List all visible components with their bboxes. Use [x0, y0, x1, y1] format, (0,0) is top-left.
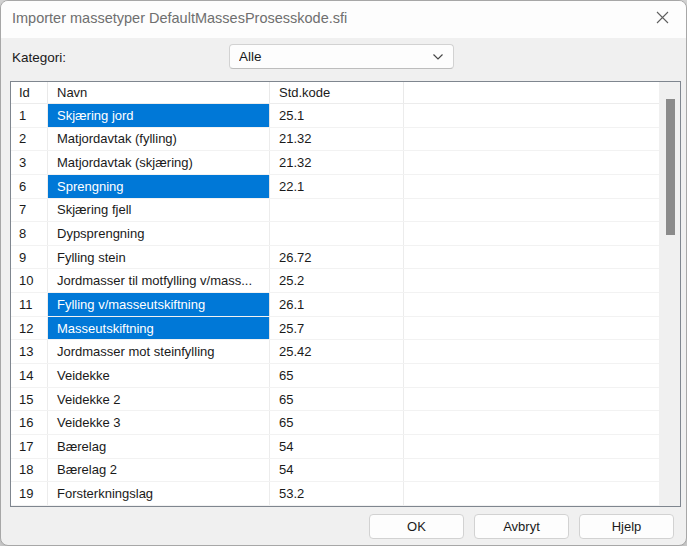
- cell-empty[interactable]: [404, 269, 680, 292]
- cell-empty[interactable]: [404, 482, 680, 505]
- cell-code[interactable]: 22.1: [270, 175, 404, 198]
- cell-empty[interactable]: [404, 435, 680, 458]
- cell-empty[interactable]: [404, 411, 680, 434]
- cell-id[interactable]: 16: [11, 411, 48, 434]
- cell-code[interactable]: 25.42: [270, 340, 404, 363]
- category-dropdown[interactable]: Alle: [229, 44, 454, 69]
- cell-id[interactable]: 14: [11, 364, 48, 387]
- table-row[interactable]: 7 Skjæring fjell: [11, 199, 680, 223]
- cell-empty[interactable]: [404, 104, 680, 127]
- cell-id[interactable]: 19: [11, 482, 48, 505]
- cell-name[interactable]: Veidekke 2: [48, 388, 270, 411]
- cell-code[interactable]: 54: [270, 435, 404, 458]
- column-header-navn[interactable]: Navn: [48, 82, 270, 103]
- cell-empty[interactable]: [404, 246, 680, 269]
- cell-code[interactable]: 65: [270, 364, 404, 387]
- close-button[interactable]: [645, 5, 679, 33]
- table-row[interactable]: 3 Matjordavtak (skjæring) 21.32: [11, 151, 680, 175]
- cell-id[interactable]: 13: [11, 340, 48, 363]
- table-row[interactable]: 16 Veidekke 3 65: [11, 411, 680, 435]
- cell-name[interactable]: Sprengning: [48, 175, 270, 198]
- cell-empty[interactable]: [404, 199, 680, 222]
- table-row[interactable]: 19 Forsterkningslag 53.2: [11, 482, 680, 506]
- column-header-id[interactable]: Id: [11, 82, 48, 103]
- cell-id[interactable]: 7: [11, 199, 48, 222]
- table-row[interactable]: 8 Dypsprengning: [11, 222, 680, 246]
- cell-id[interactable]: 1: [11, 104, 48, 127]
- table-row[interactable]: 1 Skjæring jord 25.1: [11, 104, 680, 128]
- cell-name[interactable]: Bærelag: [48, 435, 270, 458]
- cell-empty[interactable]: [404, 175, 680, 198]
- table-row[interactable]: 6 Sprengning 22.1: [11, 175, 680, 199]
- table-row[interactable]: 2 Matjordavtak (fylling) 21.32: [11, 128, 680, 152]
- cell-empty[interactable]: [404, 293, 680, 316]
- cell-name[interactable]: Matjordavtak (skjæring): [48, 151, 270, 174]
- cell-name[interactable]: Bærelag 2: [48, 459, 270, 482]
- cell-code[interactable]: 65: [270, 388, 404, 411]
- cell-code[interactable]: 54: [270, 459, 404, 482]
- cell-empty[interactable]: [404, 388, 680, 411]
- cell-code[interactable]: 26.1: [270, 293, 404, 316]
- cell-id[interactable]: 2: [11, 128, 48, 151]
- cell-code[interactable]: 25.1: [270, 104, 404, 127]
- titlebar: Importer massetyper DefaultMassesProsess…: [1, 1, 686, 38]
- ok-button[interactable]: OK: [369, 514, 464, 539]
- table-row[interactable]: 14 Veidekke 65: [11, 364, 680, 388]
- vertical-scrollbar[interactable]: [659, 82, 680, 506]
- cell-name[interactable]: Skjæring jord: [48, 104, 270, 127]
- column-header-empty: [404, 82, 680, 103]
- cell-name[interactable]: Jordmasser til motfylling v/mass...: [48, 269, 270, 292]
- scrollbar-thumb[interactable]: [666, 99, 675, 235]
- cell-name[interactable]: Jordmasser mot steinfylling: [48, 340, 270, 363]
- cell-id[interactable]: 3: [11, 151, 48, 174]
- cell-name[interactable]: Veidekke: [48, 364, 270, 387]
- table-row[interactable]: 12 Masseutskiftning 25.7: [11, 317, 680, 341]
- table-row[interactable]: 18 Bærelag 2 54: [11, 459, 680, 483]
- cell-id[interactable]: 15: [11, 388, 48, 411]
- help-button[interactable]: Hjelp: [579, 514, 674, 539]
- table-row[interactable]: 11 Fylling v/masseutskiftning 26.1: [11, 293, 680, 317]
- cell-code[interactable]: 65: [270, 411, 404, 434]
- cell-name[interactable]: Masseutskiftning: [48, 317, 270, 340]
- cell-id[interactable]: 12: [11, 317, 48, 340]
- table-row[interactable]: 15 Veidekke 2 65: [11, 388, 680, 412]
- cell-empty[interactable]: [404, 459, 680, 482]
- close-icon: [655, 10, 670, 28]
- cell-id[interactable]: 18: [11, 459, 48, 482]
- cell-name[interactable]: Forsterkningslag: [48, 482, 270, 505]
- cell-name[interactable]: Fylling stein: [48, 246, 270, 269]
- cell-name[interactable]: Dypsprengning: [48, 222, 270, 245]
- cell-empty[interactable]: [404, 151, 680, 174]
- table-header: Id Navn Std.kode: [11, 82, 680, 104]
- cell-name[interactable]: Skjæring fjell: [48, 199, 270, 222]
- cell-name[interactable]: Veidekke 3: [48, 411, 270, 434]
- cell-empty[interactable]: [404, 222, 680, 245]
- cell-code[interactable]: [270, 199, 404, 222]
- cell-id[interactable]: 8: [11, 222, 48, 245]
- cell-empty[interactable]: [404, 128, 680, 151]
- cell-code[interactable]: 21.32: [270, 151, 404, 174]
- table-row[interactable]: 9 Fylling stein 26.72: [11, 246, 680, 270]
- cell-name[interactable]: Matjordavtak (fylling): [48, 128, 270, 151]
- cell-code[interactable]: 53.2: [270, 482, 404, 505]
- cell-code[interactable]: 21.32: [270, 128, 404, 151]
- cell-id[interactable]: 17: [11, 435, 48, 458]
- category-label: Kategori:: [12, 50, 66, 65]
- cell-empty[interactable]: [404, 340, 680, 363]
- cell-code[interactable]: 25.7: [270, 317, 404, 340]
- cell-empty[interactable]: [404, 364, 680, 387]
- cell-id[interactable]: 10: [11, 269, 48, 292]
- cell-code[interactable]: 26.72: [270, 246, 404, 269]
- cell-id[interactable]: 9: [11, 246, 48, 269]
- cell-name[interactable]: Fylling v/masseutskiftning: [48, 293, 270, 316]
- table-row[interactable]: 13 Jordmasser mot steinfylling 25.42: [11, 340, 680, 364]
- cell-code[interactable]: [270, 222, 404, 245]
- table-row[interactable]: 17 Bærelag 54: [11, 435, 680, 459]
- column-header-stdkode[interactable]: Std.kode: [270, 82, 404, 103]
- cell-empty[interactable]: [404, 317, 680, 340]
- cell-code[interactable]: 25.2: [270, 269, 404, 292]
- table-row[interactable]: 10 Jordmasser til motfylling v/mass... 2…: [11, 269, 680, 293]
- cell-id[interactable]: 11: [11, 293, 48, 316]
- cell-id[interactable]: 6: [11, 175, 48, 198]
- cancel-button[interactable]: Avbryt: [474, 514, 569, 539]
